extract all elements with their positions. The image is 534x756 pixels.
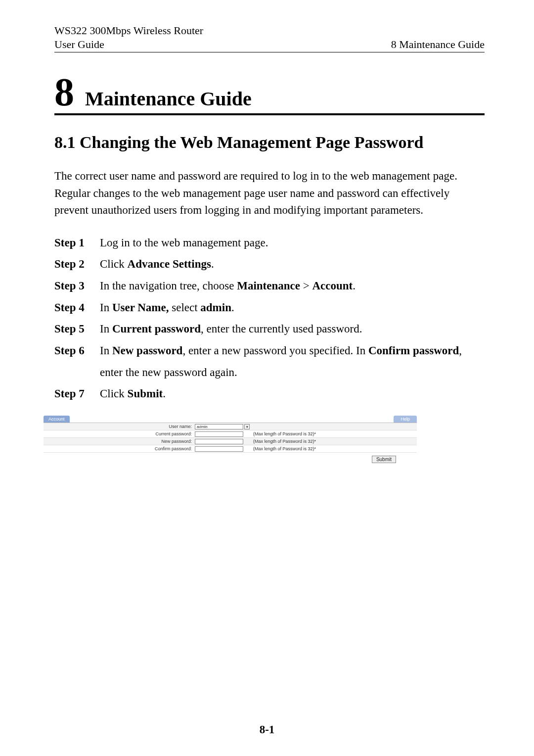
step-row: Step 1Log in to the web management page. [54, 232, 485, 254]
step-label: Step 2 [54, 253, 100, 275]
chevron-down-icon[interactable]: ▾ [244, 424, 250, 429]
current-password-input[interactable] [195, 431, 243, 437]
step-label: Step 3 [54, 275, 100, 297]
step-list: Step 1Log in to the web management page.… [54, 232, 485, 405]
label-username: User name: [44, 424, 195, 429]
step-label: Step 4 [54, 297, 100, 319]
chapter-title: Maintenance Guide [85, 87, 252, 110]
step-label: Step 5 [54, 318, 100, 340]
step-row: Step 2Click Advance Settings. [54, 253, 485, 275]
confirm-password-input[interactable] [195, 446, 243, 452]
step-row: Step 3In the navigation tree, choose Mai… [54, 275, 485, 297]
step-row: Step 5In Current password, enter the cur… [54, 318, 485, 340]
section-title: 8.1 Changing the Web Management Page Pas… [54, 132, 485, 153]
hint-current: (Max length of Password is 32)* [253, 431, 316, 436]
chapter-number: 8 [54, 76, 74, 108]
step-body: In New password, enter a new password yo… [100, 340, 485, 383]
step-body: In the navigation tree, choose Maintenan… [100, 275, 485, 297]
step-row: Step 4In User Name, select admin. [54, 297, 485, 319]
label-new-password: New password: [44, 439, 195, 444]
hint-confirm: (Max length of Password is 32)* [253, 446, 316, 451]
label-confirm-password: Confirm password: [44, 446, 195, 451]
username-select[interactable]: admin [195, 424, 243, 429]
step-body: Click Submit. [100, 383, 485, 405]
step-label: Step 1 [54, 232, 100, 254]
page-number: 8-1 [0, 723, 534, 736]
header-left: User Guide [54, 38, 104, 51]
new-password-input[interactable] [195, 439, 243, 444]
hint-new: (Max length of Password is 32)* [253, 439, 316, 444]
header-product: WS322 300Mbps Wireless Router [54, 24, 485, 38]
step-body: Log in to the web management page. [100, 232, 485, 254]
account-form-figure: Account Help User name: admin ▾ Current … [44, 416, 417, 463]
tab-account[interactable]: Account [44, 416, 70, 423]
label-current-password: Current password: [44, 431, 195, 436]
step-label: Step 6 [54, 340, 100, 383]
submit-button[interactable]: Submit [372, 456, 396, 463]
header-right: 8 Maintenance Guide [391, 38, 485, 51]
step-label: Step 7 [54, 383, 100, 405]
section-intro: The correct user name and password are r… [54, 168, 485, 219]
tab-help[interactable]: Help [394, 416, 417, 423]
step-row: Step 7Click Submit. [54, 383, 485, 405]
step-body: Click Advance Settings. [100, 253, 485, 275]
chapter-heading: 8 Maintenance Guide [54, 76, 485, 115]
step-body: In User Name, select admin. [100, 297, 485, 319]
step-row: Step 6In New password, enter a new passw… [54, 340, 485, 383]
step-body: In Current password, enter the currently… [100, 318, 485, 340]
